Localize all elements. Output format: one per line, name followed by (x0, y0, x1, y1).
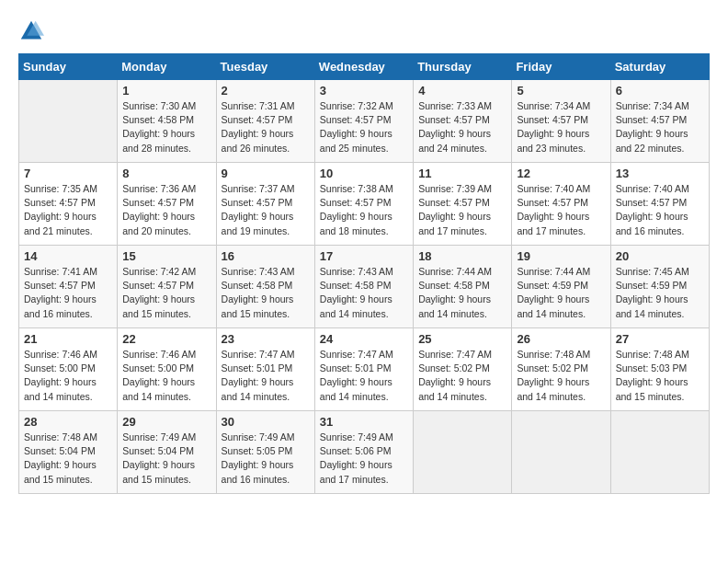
calendar-cell: 25Sunrise: 7:47 AM Sunset: 5:02 PM Dayli… (414, 328, 512, 411)
day-info: Sunrise: 7:46 AM Sunset: 5:00 PM Dayligh… (24, 348, 112, 404)
calendar-cell: 11Sunrise: 7:39 AM Sunset: 4:57 PM Dayli… (414, 163, 512, 246)
day-info: Sunrise: 7:36 AM Sunset: 4:57 PM Dayligh… (122, 182, 210, 238)
day-info: Sunrise: 7:41 AM Sunset: 4:57 PM Dayligh… (24, 265, 112, 321)
day-info: Sunrise: 7:48 AM Sunset: 5:02 PM Dayligh… (517, 348, 605, 404)
day-info: Sunrise: 7:45 AM Sunset: 4:59 PM Dayligh… (616, 265, 704, 321)
day-number: 6 (616, 84, 704, 98)
calendar-cell: 10Sunrise: 7:38 AM Sunset: 4:57 PM Dayli… (314, 163, 413, 246)
day-number: 1 (122, 84, 210, 98)
day-number: 5 (517, 84, 605, 98)
calendar-week-row: 1Sunrise: 7:30 AM Sunset: 4:58 PM Daylig… (19, 80, 710, 163)
calendar-cell: 18Sunrise: 7:44 AM Sunset: 4:58 PM Dayli… (414, 246, 512, 328)
calendar-week-row: 7Sunrise: 7:35 AM Sunset: 4:57 PM Daylig… (19, 163, 710, 246)
calendar-cell: 2Sunrise: 7:31 AM Sunset: 4:57 PM Daylig… (216, 80, 314, 163)
day-info: Sunrise: 7:47 AM Sunset: 5:02 PM Dayligh… (418, 348, 506, 404)
day-info: Sunrise: 7:44 AM Sunset: 4:59 PM Dayligh… (517, 265, 605, 321)
day-number: 2 (222, 84, 310, 98)
calendar-cell: 22Sunrise: 7:46 AM Sunset: 5:00 PM Dayli… (118, 328, 216, 411)
day-number: 17 (320, 249, 408, 263)
calendar-cell: 3Sunrise: 7:32 AM Sunset: 4:57 PM Daylig… (314, 80, 413, 163)
calendar-cell (414, 411, 512, 494)
calendar-cell: 7Sunrise: 7:35 AM Sunset: 4:57 PM Daylig… (19, 163, 118, 246)
calendar-header-friday: Friday (512, 54, 610, 80)
day-number: 7 (24, 167, 112, 180)
calendar-cell (610, 411, 709, 494)
calendar-cell: 26Sunrise: 7:48 AM Sunset: 5:02 PM Dayli… (512, 328, 610, 411)
calendar-cell: 24Sunrise: 7:47 AM Sunset: 5:01 PM Dayli… (314, 328, 413, 411)
calendar-cell: 23Sunrise: 7:47 AM Sunset: 5:01 PM Dayli… (216, 328, 314, 411)
calendar-body: 1Sunrise: 7:30 AM Sunset: 4:58 PM Daylig… (19, 80, 710, 494)
calendar-cell: 28Sunrise: 7:48 AM Sunset: 5:04 PM Dayli… (19, 411, 118, 494)
day-info: Sunrise: 7:42 AM Sunset: 4:57 PM Dayligh… (122, 265, 210, 321)
day-number: 19 (517, 249, 605, 263)
calendar-header-thursday: Thursday (414, 54, 512, 80)
calendar-cell: 14Sunrise: 7:41 AM Sunset: 4:57 PM Dayli… (19, 246, 118, 328)
day-number: 29 (122, 415, 210, 429)
calendar-header-saturday: Saturday (610, 54, 709, 80)
calendar-cell: 31Sunrise: 7:49 AM Sunset: 5:06 PM Dayli… (314, 411, 413, 494)
day-info: Sunrise: 7:31 AM Sunset: 4:57 PM Dayligh… (222, 99, 310, 155)
calendar-cell: 4Sunrise: 7:33 AM Sunset: 4:57 PM Daylig… (414, 80, 512, 163)
day-info: Sunrise: 7:33 AM Sunset: 4:57 PM Dayligh… (418, 99, 506, 155)
day-number: 9 (222, 167, 310, 180)
calendar-cell: 1Sunrise: 7:30 AM Sunset: 4:58 PM Daylig… (118, 80, 216, 163)
calendar-cell: 16Sunrise: 7:43 AM Sunset: 4:58 PM Dayli… (216, 246, 314, 328)
day-number: 27 (616, 332, 704, 346)
day-number: 28 (24, 415, 112, 429)
day-number: 4 (418, 84, 506, 98)
day-number: 26 (517, 332, 605, 346)
day-number: 22 (122, 332, 210, 346)
day-info: Sunrise: 7:35 AM Sunset: 4:57 PM Dayligh… (24, 182, 112, 238)
page-header (18, 18, 710, 44)
day-info: Sunrise: 7:44 AM Sunset: 4:58 PM Dayligh… (418, 265, 506, 321)
day-info: Sunrise: 7:39 AM Sunset: 4:57 PM Dayligh… (418, 182, 506, 238)
day-info: Sunrise: 7:48 AM Sunset: 5:03 PM Dayligh… (616, 348, 704, 404)
day-info: Sunrise: 7:32 AM Sunset: 4:57 PM Dayligh… (320, 99, 408, 155)
day-number: 21 (24, 332, 112, 346)
day-info: Sunrise: 7:47 AM Sunset: 5:01 PM Dayligh… (222, 348, 310, 404)
day-number: 13 (616, 167, 704, 180)
day-number: 10 (320, 167, 408, 180)
day-info: Sunrise: 7:40 AM Sunset: 4:57 PM Dayligh… (616, 182, 704, 238)
day-number: 31 (320, 415, 408, 429)
day-number: 16 (222, 249, 310, 263)
day-info: Sunrise: 7:38 AM Sunset: 4:57 PM Dayligh… (320, 182, 408, 238)
calendar-week-row: 14Sunrise: 7:41 AM Sunset: 4:57 PM Dayli… (19, 246, 710, 328)
calendar-cell: 6Sunrise: 7:34 AM Sunset: 4:57 PM Daylig… (610, 80, 709, 163)
calendar-week-row: 28Sunrise: 7:48 AM Sunset: 5:04 PM Dayli… (19, 411, 710, 494)
calendar-cell: 12Sunrise: 7:40 AM Sunset: 4:57 PM Dayli… (512, 163, 610, 246)
day-number: 11 (418, 167, 506, 180)
day-number: 23 (222, 332, 310, 346)
calendar-cell: 5Sunrise: 7:34 AM Sunset: 4:57 PM Daylig… (512, 80, 610, 163)
day-info: Sunrise: 7:34 AM Sunset: 4:57 PM Dayligh… (517, 99, 605, 155)
day-info: Sunrise: 7:40 AM Sunset: 4:57 PM Dayligh… (517, 182, 605, 238)
day-info: Sunrise: 7:49 AM Sunset: 5:05 PM Dayligh… (222, 431, 310, 487)
day-number: 15 (122, 249, 210, 263)
calendar-cell: 15Sunrise: 7:42 AM Sunset: 4:57 PM Dayli… (118, 246, 216, 328)
day-number: 18 (418, 249, 506, 263)
calendar-cell: 17Sunrise: 7:43 AM Sunset: 4:58 PM Dayli… (314, 246, 413, 328)
calendar-cell: 27Sunrise: 7:48 AM Sunset: 5:03 PM Dayli… (610, 328, 709, 411)
calendar-header-monday: Monday (118, 54, 216, 80)
day-info: Sunrise: 7:43 AM Sunset: 4:58 PM Dayligh… (222, 265, 310, 321)
day-info: Sunrise: 7:34 AM Sunset: 4:57 PM Dayligh… (616, 99, 704, 155)
day-number: 12 (517, 167, 605, 180)
calendar-cell: 19Sunrise: 7:44 AM Sunset: 4:59 PM Dayli… (512, 246, 610, 328)
calendar-cell: 20Sunrise: 7:45 AM Sunset: 4:59 PM Dayli… (610, 246, 709, 328)
day-info: Sunrise: 7:30 AM Sunset: 4:58 PM Dayligh… (122, 99, 210, 155)
day-info: Sunrise: 7:48 AM Sunset: 5:04 PM Dayligh… (24, 431, 112, 487)
day-number: 20 (616, 249, 704, 263)
calendar-cell: 21Sunrise: 7:46 AM Sunset: 5:00 PM Dayli… (19, 328, 118, 411)
calendar-cell (19, 80, 118, 163)
calendar-table: SundayMondayTuesdayWednesdayThursdayFrid… (18, 53, 710, 494)
calendar-cell: 29Sunrise: 7:49 AM Sunset: 5:04 PM Dayli… (118, 411, 216, 494)
day-info: Sunrise: 7:49 AM Sunset: 5:04 PM Dayligh… (122, 431, 210, 487)
calendar-cell (512, 411, 610, 494)
calendar-header-sunday: Sunday (19, 54, 118, 80)
calendar-cell: 30Sunrise: 7:49 AM Sunset: 5:05 PM Dayli… (216, 411, 314, 494)
day-number: 25 (418, 332, 506, 346)
calendar-cell: 8Sunrise: 7:36 AM Sunset: 4:57 PM Daylig… (118, 163, 216, 246)
day-number: 14 (24, 249, 112, 263)
calendar-week-row: 21Sunrise: 7:46 AM Sunset: 5:00 PM Dayli… (19, 328, 710, 411)
calendar-cell: 13Sunrise: 7:40 AM Sunset: 4:57 PM Dayli… (610, 163, 709, 246)
